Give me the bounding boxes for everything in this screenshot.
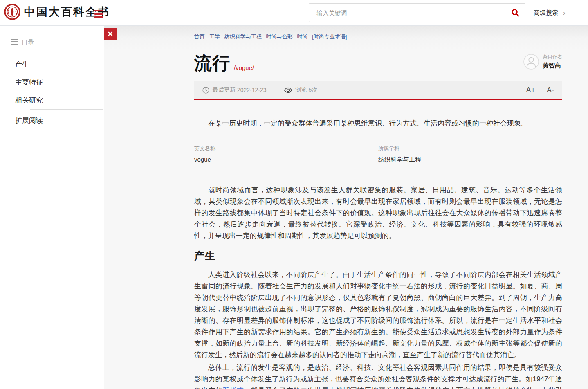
section-heading-text: 产生 — [194, 249, 215, 263]
menu-icon[interactable] — [94, 10, 103, 20]
new-look-link[interactable]: 新样式， — [222, 387, 251, 389]
breadcrumb-separator: . — [205, 34, 209, 40]
info-fields: 英文名称 vogue 所属学科 纺织科学与工程 — [194, 139, 562, 169]
font-increase-button[interactable]: A+ — [526, 86, 535, 94]
chevron-right-icon: › — [563, 9, 566, 16]
last-updated-label: 最后更新 — [213, 86, 236, 94]
author-avatar-icon — [523, 54, 539, 70]
page-title-romanization: /vogue/ — [234, 64, 254, 73]
close-sidebar-button[interactable]: ✕ — [104, 28, 117, 40]
field-value: vogue — [194, 156, 378, 163]
section-heading-rule — [224, 256, 562, 256]
article-content: 首页 . 工学 . 纺织科学与工程 . 时尚与色彩 . 时尚 . [时尚专业术语… — [194, 26, 562, 389]
font-decrease-button[interactable]: A- — [547, 86, 554, 94]
breadcrumb-link-textile-science[interactable]: 纺织科学与工程 — [224, 34, 262, 40]
sidebar-item-related-research[interactable]: 相关研究 — [15, 96, 43, 105]
article-meta-bar: 最后更新 2022-12-23 浏览 5次 A+ A- — [194, 81, 562, 100]
sidebar-item-extended-reading[interactable]: 扩展阅读 — [15, 116, 43, 125]
view-count: 浏览 5次 — [284, 86, 318, 94]
last-updated-date: 2022-12-23 — [237, 87, 267, 93]
views-value: 5次 — [308, 86, 317, 94]
toc-list-icon[interactable] — [11, 39, 18, 46]
close-icon: ✕ — [107, 30, 113, 38]
paragraph-origin-2: 总体上，流行的发生是客观的，是政治、经济、科技、文化等社会客观因素共同作用的结果… — [194, 362, 562, 389]
toc-title: 目录 — [22, 38, 34, 46]
paragraph-text: 总体上，流行的发生是客观的，是政治、经济、科技、文化等社会客观因素共同作用的结果… — [194, 364, 562, 389]
breadcrumb: 首页 . 工学 . 纺织科学与工程 . 时尚与色彩 . 时尚 . [时尚专业术语… — [194, 26, 562, 40]
breadcrumb-separator: . — [262, 34, 266, 40]
breadcrumb-link-fashion[interactable]: 时尚 — [297, 34, 307, 40]
field-english-name: 英文名称 vogue — [194, 145, 378, 164]
author-name[interactable]: 黄智高 — [543, 62, 562, 70]
sidebar-item-origin[interactable]: 产生 — [15, 60, 29, 69]
search-input[interactable] — [309, 4, 505, 22]
encyclopedia-seal-icon — [4, 4, 20, 20]
breadcrumb-separator: . — [293, 34, 297, 40]
paragraph-origin-1: 人类进入阶级社会以来，不同阶层产生了。由于生活生产条件的同一性，导致了不同阶层内… — [194, 269, 562, 361]
advanced-search-link[interactable]: 高级搜索 › — [534, 0, 566, 26]
paragraph-overview: 就时尚领域而言，这种现象涉及与该发生人群关联密集的服装、家居、日用品、建筑、音乐… — [194, 184, 562, 242]
breadcrumb-link-engineering[interactable]: 工学 — [209, 34, 220, 40]
field-discipline: 所属学科 纺织科学与工程 — [378, 145, 562, 164]
top-header: 中国大百科全书 高级搜索 › — [0, 0, 588, 26]
sidebar-item-main-features[interactable]: 主要特征 — [15, 78, 43, 87]
article-summary: 在某一历史时期，一定的受众群体普遍采用某种思维意识、行为方式、生活内容或习惯的一… — [194, 118, 562, 129]
search-icon — [511, 9, 519, 17]
breadcrumb-category-tag[interactable]: [时尚专业术语] — [312, 34, 347, 40]
breadcrumb-link-home[interactable]: 首页 — [194, 34, 205, 40]
page-title: 流行 — [194, 53, 230, 73]
author-card: 条目作者 黄智高 — [523, 54, 562, 70]
breadcrumb-link-fashion-color[interactable]: 时尚与色彩 — [266, 34, 293, 40]
field-label: 所属学科 — [378, 145, 562, 152]
last-updated: 最后更新 2022-12-23 — [202, 86, 267, 94]
author-label: 条目作者 — [543, 54, 562, 61]
search-button[interactable] — [505, 4, 525, 22]
breadcrumb-separator: . — [220, 34, 224, 40]
search-box — [309, 3, 525, 22]
field-value: 纺织科学与工程 — [378, 156, 562, 164]
breadcrumb-separator: . — [307, 34, 312, 40]
toc-header: 目录 — [0, 26, 104, 46]
views-label: 浏览 — [296, 86, 307, 94]
advanced-search-label: 高级搜索 — [534, 9, 558, 17]
eye-icon — [284, 87, 292, 93]
clock-icon — [202, 87, 209, 94]
field-label: 英文名称 — [194, 145, 378, 152]
sidebar-divider — [30, 109, 103, 110]
section-heading-origin: 产生 — [194, 249, 562, 263]
sidebar-divider — [30, 132, 103, 132]
toc-sidebar: 目录 产生 主要特征 相关研究 扩展阅读 — [0, 26, 104, 389]
